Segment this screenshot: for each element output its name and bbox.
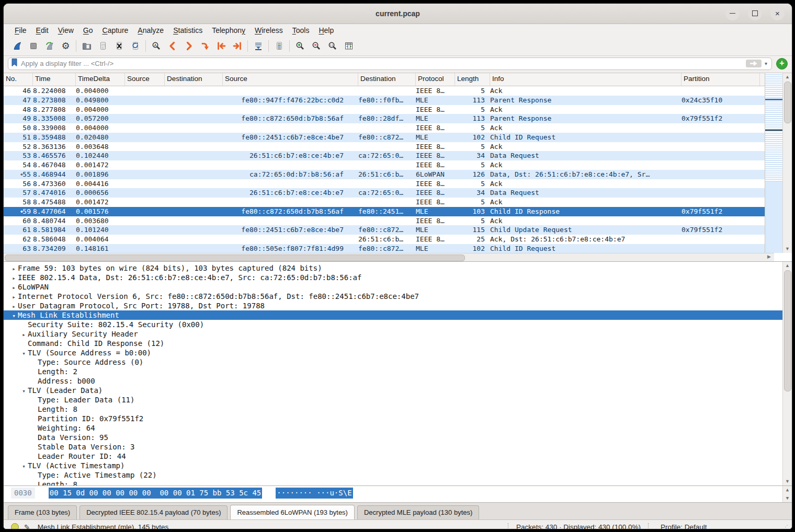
packet-list-hscrollbar[interactable]: ▶	[4, 253, 774, 261]
detail-line[interactable]: ▸User Datagram Protocol, Src Port: 19788…	[4, 301, 783, 310]
detail-line[interactable]: Address: b000	[4, 376, 783, 386]
colorize-button[interactable]	[271, 39, 287, 53]
capture-options-button[interactable]: ⚙	[58, 39, 74, 53]
detail-line[interactable]: ▸Auxiliary Security Header	[4, 329, 783, 339]
column-header-source[interactable]: Source	[125, 73, 165, 86]
expander-collapsed-icon[interactable]: ▸	[10, 293, 18, 301]
filter-dropdown-caret[interactable]: ▾	[765, 61, 767, 66]
tab-reassembled-6lowpan-193-bytes[interactable]: Reassembled 6LoWPAN (193 bytes)	[230, 505, 354, 519]
detail-line[interactable]: ▸IEEE 802.15.4 Data, Dst: 26:51:c6:b7:e8…	[4, 273, 783, 282]
packet-row-57[interactable]: 578.4740160.00065626:51:c6:b7:e8:ce:4b:e…	[4, 188, 765, 198]
zoom-in-button[interactable]	[292, 39, 308, 53]
detail-line[interactable]: Length: 2	[4, 367, 783, 376]
packet-row-55[interactable]: ◆558.4689440.001896ca:72:65:0d:b7:b8:56:…	[4, 170, 765, 179]
packet-row-61[interactable]: 618.5819840.101240fe80::2451:c6b7:e8ce:4…	[4, 225, 765, 235]
expander-collapsed-icon[interactable]: ▸	[20, 330, 28, 339]
stop-capture-button[interactable]	[25, 39, 41, 53]
expander-collapsed-icon[interactable]: ▸	[10, 283, 18, 292]
hex-ascii-selected[interactable]: ········ ···u·S\E	[276, 488, 353, 499]
detail-line[interactable]: ▾TLV (Leader Data)	[4, 386, 783, 395]
resize-grip[interactable]: ⋰	[783, 524, 789, 529]
column-header-protocol[interactable]: Protocol	[416, 73, 455, 86]
open-file-button[interactable]	[78, 39, 95, 53]
zoom-out-button[interactable]	[308, 39, 324, 53]
resize-columns-button[interactable]	[340, 39, 357, 53]
expander-collapsed-icon[interactable]: ▸	[10, 302, 18, 310]
hscrollbar-thumb[interactable]	[5, 255, 465, 261]
expander-expanded-icon[interactable]: ▾	[20, 462, 28, 470]
start-capture-button[interactable]	[9, 39, 25, 53]
hex-scroll-down-arrow[interactable]: ▼	[783, 494, 792, 502]
detail-line[interactable]: Type: Active Timestamp (22)	[4, 470, 783, 480]
column-header-source2[interactable]: Source	[223, 73, 358, 86]
packet-row-53[interactable]: 538.4655760.10244026:51:c6:b7:e8:ce:4b:e…	[4, 151, 765, 160]
packet-list-scrollbar[interactable]: ▲ ▼	[782, 73, 792, 253]
menu-wireless[interactable]: Wireless	[250, 25, 288, 36]
packet-row-54[interactable]: 548.4670480.001472IEEE 8…5Ack	[4, 160, 765, 170]
find-packet-button[interactable]: A	[148, 39, 164, 53]
column-header-destination2[interactable]: Destination	[358, 73, 416, 86]
packet-row-62[interactable]: 628.5860480.00406426:51:c6:b…IEEE 8…25Ac…	[4, 235, 765, 244]
detail-line[interactable]: Length: 8	[4, 480, 783, 486]
hex-bytes-selected[interactable]: 00 15 0d 00 00 00 00 00 00 00 01 75 bb 5…	[49, 488, 263, 499]
expander-expanded-icon[interactable]: ▾	[10, 311, 18, 320]
packet-row-50[interactable]: 508.3390080.004000IEEE 8…5Ack	[4, 123, 765, 133]
detail-line[interactable]: ▸6LoWPAN	[4, 282, 783, 292]
go-to-packet-button[interactable]	[197, 39, 213, 53]
detail-line[interactable]: Stable Data Version: 3	[4, 442, 783, 452]
expander-collapsed-icon[interactable]: ▸	[10, 274, 18, 282]
packet-row-56[interactable]: 568.4733600.004416IEEE 8…5Ack	[4, 179, 765, 189]
detail-line[interactable]: Weighting: 64	[4, 423, 783, 433]
menu-analyze[interactable]: Analyze	[133, 25, 168, 36]
detail-line[interactable]: Leader Router ID: 44	[4, 452, 783, 461]
column-header-time[interactable]: Time	[33, 73, 76, 86]
filter-add-button[interactable]: +	[776, 58, 788, 70]
menu-tools[interactable]: Tools	[288, 25, 314, 36]
detail-line[interactable]: Type: Source Address (0)	[4, 357, 783, 367]
tab-decrypted-ieee-802-15-4-payload-70-bytes[interactable]: Decrypted IEEE 802.15.4 payload (70 byte…	[80, 505, 228, 519]
detail-line[interactable]: ▾TLV (Active Timestamp)	[4, 461, 783, 470]
column-header-destination[interactable]: Destination	[165, 73, 223, 86]
column-header-timedelta[interactable]: TimeDelta	[76, 73, 125, 86]
detail-line[interactable]: ▾TLV (Source Address = b0:00)	[4, 348, 783, 357]
packet-row-46[interactable]: 468.2240080.004000IEEE 8…5Ack	[4, 86, 765, 96]
detail-line[interactable]: Command: Child ID Response (12)	[4, 339, 783, 348]
title-bar[interactable]: current.pcap ×	[4, 4, 792, 24]
column-header-no[interactable]: No.	[4, 73, 33, 86]
tab-frame-103-bytes[interactable]: Frame (103 bytes)	[8, 505, 77, 519]
detail-line[interactable]: Type: Leader Data (11)	[4, 395, 783, 404]
filter-apply-button[interactable]	[746, 60, 762, 67]
menu-go[interactable]: Go	[78, 25, 98, 36]
packet-row-52[interactable]: 528.3631360.003648IEEE 8…5Ack	[4, 142, 765, 152]
expander-expanded-icon[interactable]: ▾	[20, 387, 28, 395]
menu-file[interactable]: File	[10, 25, 31, 36]
packet-bytes-pane[interactable]: 003000 15 0d 00 00 00 00 00 00 00 01 75 …	[4, 486, 792, 503]
hex-scroll-up-arrow[interactable]: ▲	[783, 486, 792, 494]
details-scroll-down-arrow[interactable]: ▼	[783, 478, 792, 485]
menu-view[interactable]: View	[53, 25, 78, 36]
hscroll-right-arrow[interactable]: ▶	[767, 254, 771, 259]
reload-file-button[interactable]	[127, 39, 143, 53]
detail-line[interactable]: Data Version: 95	[4, 433, 783, 442]
details-scrollbar-thumb[interactable]	[784, 270, 791, 391]
auto-scroll-button[interactable]	[250, 39, 266, 53]
close-file-button[interactable]	[111, 39, 127, 53]
menu-edit[interactable]: Edit	[31, 25, 53, 36]
display-filter-input[interactable]: Apply a display filter ... <Ctrl-/> ▾	[8, 57, 772, 70]
go-first-button[interactable]	[213, 39, 229, 53]
scroll-down-arrow[interactable]: ▼	[783, 245, 792, 253]
column-header-info[interactable]: Info	[490, 73, 682, 86]
packet-row-51[interactable]: 518.3594880.020480fe80::2451:c6b7:e8ce:4…	[4, 133, 765, 142]
details-scroll-up-arrow[interactable]: ▲	[783, 262, 792, 270]
restart-capture-button[interactable]	[41, 39, 58, 53]
menu-telephony[interactable]: Telephony	[207, 25, 250, 36]
hex-scrollbar[interactable]: ▲ ▼	[782, 486, 792, 502]
menu-statistics[interactable]: Statistics	[168, 25, 207, 36]
capture-comment-icon[interactable]: ✎	[24, 523, 30, 530]
minimize-button[interactable]	[725, 6, 740, 20]
details-scrollbar[interactable]: ▲ ▼	[782, 262, 792, 485]
zoom-original-button[interactable]: 1:1	[324, 39, 340, 53]
go-back-button[interactable]	[164, 39, 180, 53]
menu-capture[interactable]: Capture	[98, 25, 133, 36]
tab-decrypted-mle-payload-130-bytes[interactable]: Decrypted MLE payload (130 bytes)	[357, 505, 479, 519]
